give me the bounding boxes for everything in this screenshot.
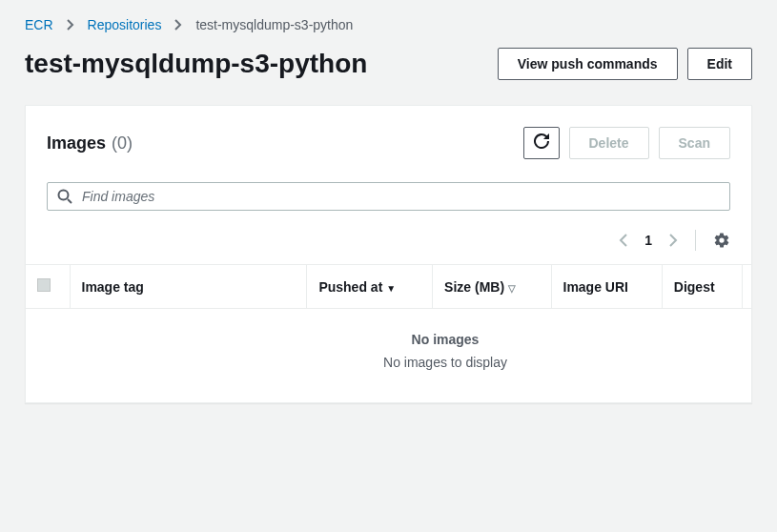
images-count: (0) bbox=[112, 133, 133, 153]
scan-button: Scan bbox=[659, 127, 730, 159]
refresh-button[interactable] bbox=[523, 127, 560, 159]
chevron-right-icon bbox=[67, 19, 74, 31]
column-scan-status[interactable]: Scan status bbox=[743, 265, 751, 309]
column-image-tag[interactable]: Image tag bbox=[70, 265, 307, 309]
breadcrumb-repositories[interactable]: Repositories bbox=[88, 17, 162, 32]
delete-button: Delete bbox=[569, 127, 649, 159]
breadcrumb: ECR Repositories test-mysqldump-s3-pytho… bbox=[25, 17, 752, 32]
prev-page-button bbox=[619, 234, 627, 247]
column-pushed-at[interactable]: Pushed at▼ bbox=[307, 265, 433, 309]
sort-icon: ▽ bbox=[508, 283, 516, 294]
divider bbox=[695, 230, 696, 251]
chevron-right-icon bbox=[174, 19, 182, 31]
empty-state-title: No images bbox=[26, 309, 751, 352]
page-title: test-mysqldump-s3-python bbox=[25, 49, 367, 79]
page-number: 1 bbox=[644, 233, 652, 248]
svg-line-1 bbox=[68, 199, 72, 203]
breadcrumb-current: test-mysqldump-s3-python bbox=[195, 17, 353, 32]
table-scroll[interactable]: Image tag Pushed at▼ Size (MB)▽ Image UR… bbox=[26, 264, 751, 402]
gear-icon[interactable] bbox=[713, 232, 730, 249]
column-image-uri[interactable]: Image URI bbox=[551, 265, 662, 309]
edit-button[interactable]: Edit bbox=[687, 48, 752, 80]
search-input-wrap[interactable] bbox=[47, 182, 730, 211]
next-page-button bbox=[669, 234, 678, 247]
breadcrumb-root[interactable]: ECR bbox=[25, 17, 53, 32]
svg-point-0 bbox=[59, 191, 69, 200]
refresh-icon bbox=[534, 133, 549, 153]
images-table: Image tag Pushed at▼ Size (MB)▽ Image UR… bbox=[26, 265, 751, 395]
empty-state-subtitle: No images to display bbox=[26, 351, 751, 395]
search-input[interactable] bbox=[82, 189, 720, 204]
checkbox-icon bbox=[37, 278, 51, 292]
column-select-all[interactable] bbox=[26, 265, 70, 309]
column-digest[interactable]: Digest bbox=[662, 265, 742, 309]
sort-desc-icon: ▼ bbox=[386, 283, 396, 294]
column-size[interactable]: Size (MB)▽ bbox=[433, 265, 551, 309]
search-icon bbox=[57, 189, 72, 204]
images-heading: Images (0) bbox=[47, 133, 133, 153]
view-push-commands-button[interactable]: View push commands bbox=[498, 48, 678, 80]
